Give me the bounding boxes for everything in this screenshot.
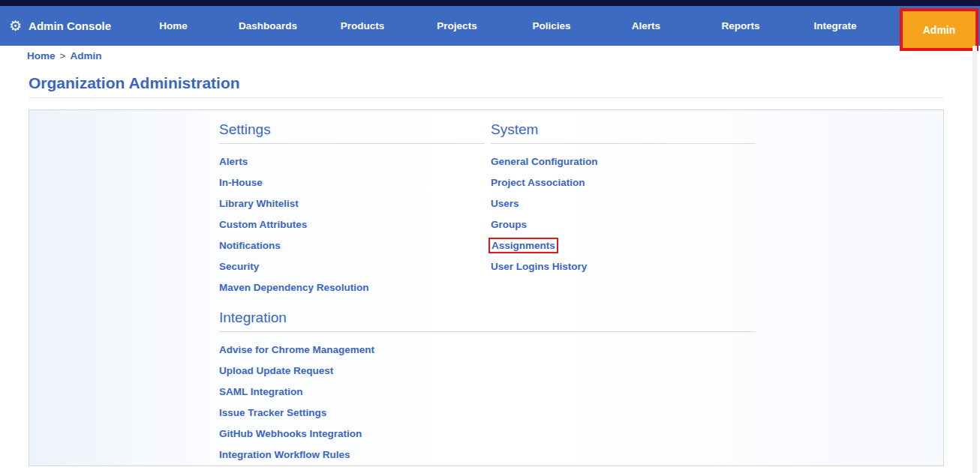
admin-link-general-configuration[interactable]: General Configuration (491, 156, 598, 167)
list-item: Groups (491, 214, 756, 235)
admin-link-maven-dependency-resolution[interactable]: Maven Dependency Resolution (219, 282, 369, 293)
nav-item-alerts[interactable]: Alerts (599, 20, 693, 31)
admin-link-advise-for-chrome-management[interactable]: Advise for Chrome Management (219, 344, 374, 355)
admin-link-issue-tracker-settings[interactable]: Issue Tracker Settings (219, 407, 326, 418)
nav-items: HomeDashboardsProductsProjectsPoliciesAl… (126, 20, 882, 31)
breadcrumb-separator: > (60, 50, 66, 61)
list-item: Notifications (219, 235, 485, 256)
admin-link-github-webhooks-integration[interactable]: GitHub Webhooks Integration (219, 428, 362, 439)
nav-item-integrate[interactable]: Integrate (788, 20, 882, 31)
list-item: Project Association (491, 172, 756, 193)
nav-item-dashboards[interactable]: Dashboards (221, 20, 315, 31)
list-item: Library Whitelist (219, 193, 485, 214)
assignments-annotation-box: Assignments (488, 238, 558, 253)
list-item: Alerts (219, 151, 485, 172)
window-top-strip (0, 0, 980, 6)
section-divider (219, 331, 756, 332)
admin-link-notifications[interactable]: Notifications (219, 240, 281, 251)
nav-item-projects[interactable]: Projects (410, 20, 504, 31)
section-system: SystemGeneral ConfigurationProject Assoc… (491, 121, 756, 277)
admin-panel: SettingsAlertsIn-HouseLibrary WhitelistC… (29, 109, 944, 466)
nav-item-products[interactable]: Products (315, 20, 410, 31)
list-item: Security (219, 256, 485, 277)
section-link-list: AlertsIn-HouseLibrary WhitelistCustom At… (219, 151, 485, 298)
list-item: In-House (219, 172, 485, 193)
admin-link-custom-attributes[interactable]: Custom Attributes (219, 219, 307, 230)
section-settings: SettingsAlertsIn-HouseLibrary WhitelistC… (219, 121, 485, 298)
admin-link-alerts[interactable]: Alerts (219, 156, 248, 167)
list-item: SAML Integration (219, 382, 485, 403)
list-item: User Logins History (491, 256, 756, 277)
breadcrumb: Home>Admin (27, 50, 101, 61)
nav-item-policies[interactable]: Policies (504, 20, 599, 31)
brand-admin-console[interactable]: ⚙ Admin Console (0, 19, 126, 33)
list-item: Advise for Chrome Management (219, 340, 485, 361)
section-title-settings: Settings (219, 121, 485, 139)
admin-link-groups[interactable]: Groups (491, 219, 527, 230)
list-item: General Configuration (491, 151, 756, 172)
list-item: Custom Attributes (219, 214, 485, 235)
list-item: Users (491, 193, 756, 214)
admin-link-security[interactable]: Security (219, 261, 259, 272)
section-divider (219, 143, 485, 144)
list-item: Issue Tracker Settings (219, 403, 485, 424)
page-title: Organization Administration (29, 74, 240, 92)
admin-link-in-house[interactable]: In-House (219, 177, 263, 188)
title-divider (29, 97, 944, 98)
nav-item-home[interactable]: Home (126, 20, 221, 31)
admin-link-user-logins-history[interactable]: User Logins History (491, 261, 587, 272)
gear-icon: ⚙ (9, 19, 22, 33)
admin-link-saml-integration[interactable]: SAML Integration (219, 386, 303, 397)
sections-grid: SettingsAlertsIn-HouseLibrary WhitelistC… (219, 121, 943, 466)
list-item: Assignments (491, 235, 756, 256)
list-item: Maven Dependency Resolution (219, 277, 485, 298)
admin-link-upload-update-request[interactable]: Upload Update Request (219, 365, 333, 376)
list-item: GitHub Webhooks Integration (219, 424, 485, 445)
top-navbar: ⚙ Admin Console HomeDashboardsProductsPr… (0, 6, 980, 46)
list-item: Integration Workflow Rules (219, 445, 485, 466)
admin-link-library-whitelist[interactable]: Library Whitelist (219, 198, 299, 209)
breadcrumb-home-link[interactable]: Home (27, 50, 56, 61)
admin-link-assignments[interactable]: Assignments (492, 240, 555, 251)
admin-link-project-association[interactable]: Project Association (491, 177, 585, 188)
admin-console-screen: ⚙ Admin Console HomeDashboardsProductsPr… (0, 0, 980, 473)
admin-link-integration-workflow-rules[interactable]: Integration Workflow Rules (219, 449, 350, 460)
section-link-list: General ConfigurationProject Association… (491, 151, 756, 277)
admin-link-users[interactable]: Users (491, 198, 519, 209)
section-integration: IntegrationAdvise for Chrome ManagementU… (219, 309, 756, 466)
section-divider (491, 143, 756, 144)
admin-annotation-box: Admin (900, 8, 978, 51)
nav-item-reports[interactable]: Reports (693, 20, 788, 31)
scrollbar-track[interactable] (972, 46, 977, 473)
section-title-system: System (491, 121, 756, 139)
section-title-integration: Integration (219, 309, 756, 327)
section-link-list: Advise for Chrome ManagementUpload Updat… (219, 340, 485, 466)
list-item: Upload Update Request (219, 361, 485, 382)
breadcrumb-admin-link[interactable]: Admin (70, 50, 101, 61)
admin-nav-button[interactable]: Admin (903, 11, 975, 48)
brand-label: Admin Console (29, 19, 111, 32)
